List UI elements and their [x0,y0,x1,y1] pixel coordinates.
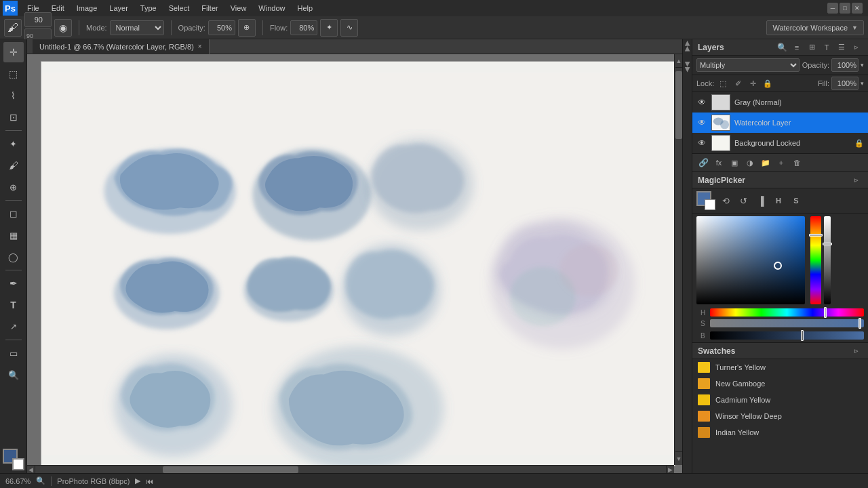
horizontal-scroll-thumb[interactable] [163,466,298,473]
hue-slider[interactable] [710,308,864,317]
picker-color-swatches[interactable] [696,191,715,210]
smooth-button[interactable]: ∿ [340,19,358,37]
layer-item-background[interactable]: 👁 Background Locked 🔒 [692,133,868,153]
picker-s-icon[interactable]: S [789,193,804,208]
move-tool[interactable]: ✛ [3,42,24,62]
status-icon[interactable]: 🔍 [36,476,45,485]
layers-filter-icon[interactable]: ⊞ [806,41,818,54]
layer-eye-icon-1[interactable]: 👁 [696,117,707,128]
layer-group-button[interactable]: 📁 [759,156,772,169]
menu-filter[interactable]: Filter [196,3,223,14]
brush-preset-button[interactable]: ◉ [54,19,72,37]
spot-heal-tool[interactable]: ✦ [3,134,24,154]
canvas[interactable] [41,61,675,466]
lasso-tool[interactable]: ⌇ [3,85,24,106]
type-tool[interactable]: T [3,295,24,315]
eraser-tool[interactable]: ◻ [3,203,24,224]
layers-search-icon[interactable]: 🔍 [776,41,788,54]
layers-kind-icon[interactable]: ≡ [791,41,803,54]
scroll-arrow-left[interactable]: ◀ [27,466,35,473]
menu-help[interactable]: Help [292,3,318,14]
picker-rotate-icon[interactable]: ↺ [736,193,751,208]
layers-menu-icon[interactable]: ☰ [835,41,848,54]
gradient-handle[interactable] [774,262,782,270]
dodge-tool[interactable]: ◯ [3,247,24,267]
layer-delete-button[interactable]: 🗑 [790,156,804,169]
sat-slider-handle[interactable] [859,318,861,329]
layer-eye-icon-2[interactable]: 👁 [696,138,707,148]
layers-expand-icon[interactable]: ▹ [850,41,863,54]
expand-button[interactable]: ▶▶ [684,62,691,73]
maximize-button[interactable]: □ [840,3,850,14]
crop-tool[interactable]: ⊡ [3,107,24,127]
lock-all-icon[interactable]: 🔒 [762,77,774,89]
layer-new-button[interactable]: + [774,156,788,169]
collapse-button[interactable]: ◀◀ [684,41,691,52]
lock-position-icon[interactable]: ✛ [747,77,759,89]
menu-layer[interactable]: Layer [104,3,134,14]
lock-transparent-icon[interactable]: ⬚ [717,77,729,89]
color-swatches[interactable] [3,449,24,470]
pen-tool[interactable]: ✒ [3,273,24,293]
layer-link-button[interactable]: 🔗 [696,156,710,169]
vertical-scrollbar[interactable]: ▲ ▼ [674,54,682,465]
layer-item-gray[interactable]: 👁 Gray (Normal) [692,92,868,113]
swatch-item-2[interactable]: Cadmium Yellow [692,392,868,408]
swatch-item-0[interactable]: Turner's Yellow [692,359,868,375]
hue-strip-handle[interactable] [809,234,823,237]
menu-image[interactable]: Image [71,3,103,14]
clone-tool[interactable]: ⊕ [3,177,24,197]
picker-eyedropper-icon[interactable]: ⟲ [718,193,733,208]
brush-tool[interactable]: 🖌 [3,155,24,176]
document-tab[interactable]: Untitled-1 @ 66.7% (Watercolor Layer, RG… [33,39,210,54]
color-gradient[interactable] [696,216,805,304]
scroll-arrow-up[interactable]: ▲ [675,54,682,68]
picker-expand-icon[interactable]: ▹ [850,174,863,186]
blend-mode-select[interactable]: Multiply [696,58,800,72]
horizontal-scrollbar[interactable]: ▶ ◀ [27,465,674,473]
menu-view[interactable]: View [225,3,252,14]
tab-close-button[interactable]: × [198,43,202,50]
layers-opacity-input[interactable] [831,58,859,72]
brush-tool-button[interactable]: 🖌 [4,19,22,37]
path-tool[interactable]: ↗ [3,317,24,337]
background-color[interactable] [12,458,24,470]
close-button[interactable]: ✕ [852,3,863,14]
airbrush-button[interactable]: ✦ [320,19,338,37]
layer-adjust-button[interactable]: ◑ [743,156,757,169]
fill-input[interactable] [831,77,859,90]
playback-step-icon[interactable]: ⏮ [146,477,153,485]
scroll-arrow-right[interactable]: ▶ [666,466,674,473]
flow-input[interactable] [291,24,317,32]
workspace-selector[interactable]: Watercolor Workspace ▼ [766,20,864,35]
value-strip-handle[interactable] [823,243,832,245]
zoom-tool[interactable]: 🔍 [3,365,24,385]
swatch-item-1[interactable]: New Gamboge [692,375,868,392]
fill-chevron-icon[interactable]: ▾ [861,80,864,87]
minimize-button[interactable]: ─ [827,3,838,14]
gradient-background[interactable] [696,216,805,304]
sat-slider[interactable] [710,319,864,327]
hue-slider-handle[interactable] [824,307,827,318]
brush-size-input[interactable]: 90 [25,16,45,24]
scroll-arrow-down[interactable]: ▼ [675,451,682,465]
bright-slider-handle[interactable] [801,330,804,341]
shape-tool[interactable]: ▭ [3,343,24,363]
canvas-wrapper[interactable]: ▶ ◀ ▲ ▼ [27,54,682,473]
layer-item-watercolor[interactable]: 👁 Watercolor Layer [692,113,868,133]
opacity-chevron-icon[interactable]: ▾ [861,62,864,68]
bright-slider[interactable] [710,331,864,340]
layer-eye-icon-0[interactable]: 👁 [696,97,707,108]
lock-image-icon[interactable]: ✐ [732,77,744,89]
picker-background-color[interactable] [705,199,715,210]
swatch-item-3[interactable]: Winsor Yellow Deep [692,408,868,424]
playback-icon[interactable]: ▶ [135,476,140,485]
menu-type[interactable]: Type [135,3,162,14]
gradient-tool[interactable]: ▦ [3,225,24,245]
swatch-item-4[interactable]: Indian Yellow [692,424,868,441]
layer-mask-button[interactable]: ▣ [728,156,741,169]
vertical-scroll-thumb[interactable] [675,71,682,139]
value-strip[interactable] [824,216,831,304]
layers-options-icon[interactable]: T [821,41,833,54]
mode-select[interactable]: Normal [110,20,164,35]
